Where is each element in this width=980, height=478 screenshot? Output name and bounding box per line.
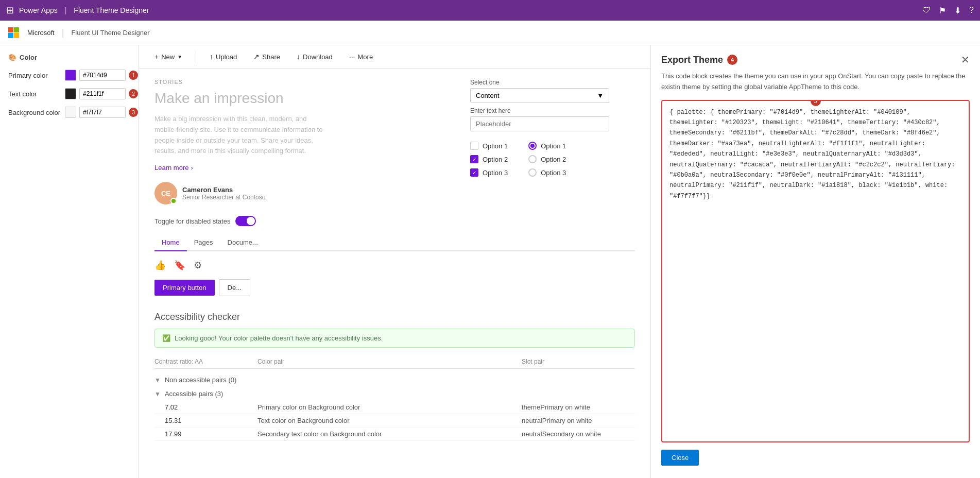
close-panel-button[interactable]: ✕ [961,54,970,66]
help-icon[interactable]: ? [969,6,974,15]
more-button[interactable]: ··· More [344,49,378,64]
hero-title: Make an impression [154,90,460,107]
learn-more-link[interactable]: Learn more › [154,164,460,172]
tab-documents[interactable]: Docume... [220,234,265,251]
checkbox-1[interactable] [470,142,478,150]
profile-name: Cameron Evans [182,186,265,194]
chevron-down-icon-accessible: ▼ [154,390,161,398]
bg-color-row: Background color 3 [8,107,130,118]
share-button[interactable]: ↗ Share [248,49,285,64]
sub-title: Fluent UI Theme Designer [71,29,149,37]
grid-icon[interactable]: ⊞ [6,5,14,16]
acc-row1-col1: 7.02 [154,403,257,411]
plus-icon: + [154,53,159,61]
text-color-swatch[interactable] [65,88,76,99]
checkbox-3-label: Option 3 [483,169,508,177]
select-label: Select one [470,79,635,86]
center-content: + New ▼ ↑ Upload ↗ Share ↓ Download ··· … [139,45,650,478]
acc-row-2: 15.31 Text color on Background color neu… [154,414,635,428]
select-box[interactable]: Content ▼ [470,88,609,103]
download-button[interactable]: ↓ Download [291,49,338,64]
download-icon[interactable]: ⬇ [954,6,961,15]
export-title: Export Theme [661,55,723,65]
acc-row1-col2: Primary color on Background color [257,403,522,411]
primary-button[interactable]: Primary button [154,280,215,296]
acc-header-col1: Contrast ratio: AA [154,358,257,365]
text-badge: 2 [129,89,138,98]
second-bar: Microsoft | Fluent UI Theme Designer [0,21,980,45]
bg-badge: 3 [129,108,138,117]
default-button[interactable]: De... [219,279,250,296]
radio-2[interactable] [528,155,537,163]
flag-icon[interactable]: ⚑ [939,6,946,15]
close-bottom-button[interactable]: Close [661,450,699,466]
text-color-label: Text color [8,90,65,98]
top-nav: ⊞ Power Apps | Fluent Theme Designer 🛡 ⚑… [0,0,980,21]
profile-title: Senior Researcher at Contoso [182,194,265,201]
radio-3-row: Option 3 [528,168,566,177]
tab-pages[interactable]: Pages [187,234,220,251]
checkbox-3[interactable]: ✓ [470,168,478,177]
code-block[interactable]: { palette: { themePrimary: "#7014d9", th… [662,101,969,276]
accessible-section[interactable]: ▼ Accessible pairs (3) [154,387,635,401]
checkbox-1-row: Option 1 [470,142,508,150]
acc-row-3: 17.99 Secondary text color on Background… [154,428,635,441]
toolbar: + New ▼ ↑ Upload ↗ Share ↓ Download ··· … [139,45,650,69]
acc-header-col3: Slot pair [522,358,635,365]
stories-label: STORIES [154,79,460,85]
color-palette-icon: 🎨 [8,54,16,61]
toggle-switch[interactable] [235,216,256,226]
main-area: 🎨 Color Primary color 1 Text color 2 Bac… [0,45,980,478]
text-input-label: Enter text here [470,107,635,114]
export-description: This code block creates the theme you ca… [651,71,980,93]
right-panel: Export Theme 4 ✕ This code block creates… [650,45,980,478]
toggle-label: Toggle for disabled states [154,217,230,225]
acc-row3-col3: neutralSecondary on white [522,430,635,438]
right-panel-header: Export Theme 4 ✕ [651,45,980,71]
tabs-row: Home Pages Docume... [154,234,635,251]
hero-body: Make a big impression with this clean, m… [154,114,330,157]
checkbox-1-label: Option 1 [483,142,508,150]
primary-color-swatch[interactable] [65,70,76,81]
tab-home[interactable]: Home [154,234,187,251]
code-block-wrapper: 5 { palette: { themePrimary: "#7014d9", … [661,100,970,442]
radio-col: Option 1 Option 2 Option 3 [528,142,566,177]
bg-color-swatch[interactable] [65,107,76,118]
primary-badge: 1 [129,71,138,80]
thumbsup-icon[interactable]: 👍 [154,260,166,271]
icons-row: 👍 🔖 ⚙ [154,260,635,271]
btn-row: Primary button De... [154,279,635,296]
acc-row2-col2: Text color on Background color [257,417,522,424]
profile-row: CE Cameron Evans Senior Researcher at Co… [154,182,460,204]
primary-color-row: Primary color 1 [8,70,130,81]
radio-3[interactable] [528,168,537,177]
radio-1[interactable] [528,142,537,150]
preview-left-col: STORIES Make an impression Make a big im… [154,79,460,204]
check-circle-icon: ✅ [162,334,170,342]
badge-4: 4 [727,55,737,65]
text-color-input[interactable] [79,88,126,99]
upload-button[interactable]: ↑ Upload [204,49,242,64]
upload-icon: ↑ [210,53,213,61]
new-button[interactable]: + New ▼ [149,49,187,64]
text-color-row: Text color 2 [8,88,130,99]
primary-color-label: Primary color [8,72,65,79]
brand-name: Microsoft [27,29,55,37]
ms-logo [8,27,19,38]
brand-separator: | [62,27,64,38]
checkbox-2[interactable]: ✓ [470,155,478,163]
non-accessible-section[interactable]: ▼ Non accessible pairs (0) [154,373,635,387]
primary-color-input[interactable] [79,70,126,81]
text-input-section: Enter text here [470,107,635,131]
bg-color-input[interactable] [79,107,126,118]
bookmark-icon[interactable]: 🔖 [174,260,185,271]
text-input[interactable] [470,116,609,131]
preview-right-col: Select one Content ▼ Enter text here [470,79,635,204]
profile-info: Cameron Evans Senior Researcher at Conto… [182,186,265,201]
settings-icon[interactable]: ⚙ [194,260,202,271]
right-panel-content: This code block creates the theme you ca… [651,71,980,478]
shield-icon[interactable]: 🛡 [922,6,931,15]
sidebar-section-title: 🎨 Color [8,54,130,61]
acc-row-1: 7.02 Primary color on Background color t… [154,401,635,414]
bg-color-label: Background color [8,109,65,116]
